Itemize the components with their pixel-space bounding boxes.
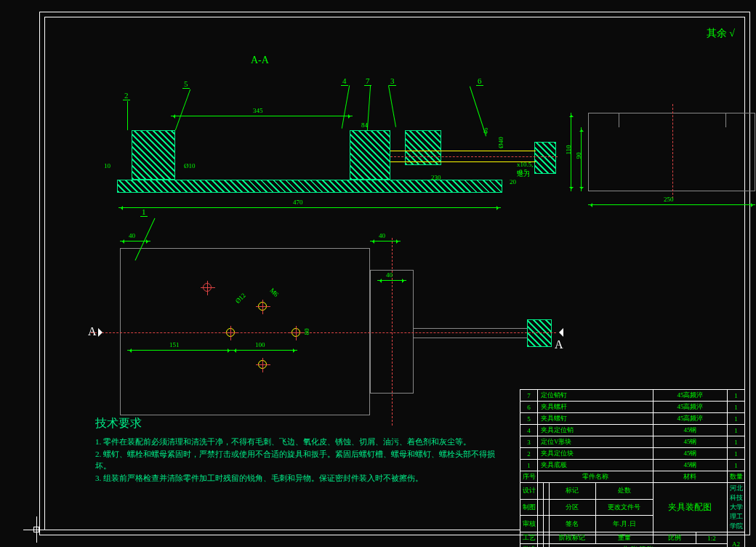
- hole-ctr-2: [291, 328, 300, 337]
- dim-230-label: 230: [431, 174, 441, 181]
- plan-centerline-h: [91, 332, 556, 333]
- cell-stage: 阶段标记: [549, 532, 595, 544]
- note-1: 1. 零件在装配前必须清理和清洗干净，不得有毛刺、飞边、氧化皮、锈蚀、切屑、油污…: [95, 436, 502, 448]
- hole-ctr-1: [226, 328, 235, 337]
- dim-151-label: 151: [169, 341, 180, 348]
- dim-100-label: 100: [255, 341, 265, 348]
- bom-table: 7定位销钉45高频淬16夹具螺杆45高频淬15夹具螺钉45高频淬14夹具定位销4…: [520, 389, 745, 547]
- cell-scale: 1:2: [696, 532, 728, 544]
- balloon-4: 4: [341, 76, 348, 86]
- cell-design: 设计: [520, 483, 538, 500]
- dim-470: [118, 207, 501, 215]
- leader-3: [388, 85, 396, 127]
- note-3: 3. 组装前严格检查并清除零件加工时残留的锐角、毛刺和异物。保证密封件装入时不被…: [95, 472, 502, 484]
- cell-sheet: 共 张 第 张: [549, 544, 727, 548]
- dim-20-label: 20: [510, 178, 516, 185]
- technical-notes: 技术要求 1. 零件在装配前必须清理和清洗干净，不得有毛刺、飞边、氧化皮、锈蚀、…: [95, 416, 502, 484]
- plan-centerline-v: [392, 238, 393, 426]
- dim-250: [588, 204, 755, 212]
- bom-row: 6夹具螺杆45高频淬1: [520, 402, 745, 413]
- cell-qty2: 处数: [596, 483, 654, 500]
- cell-scale-h: 比例: [653, 532, 696, 544]
- bom-row: 3定位V形块45钢1: [520, 436, 745, 448]
- dim-phi10-label: Ø10: [184, 162, 196, 169]
- bom-row: 5夹具螺钉45高频淬1: [520, 413, 745, 425]
- bom-row: 1夹具底板45钢1: [520, 460, 745, 471]
- hdr-mat: 材料: [653, 471, 727, 483]
- leader-2: [127, 101, 128, 130]
- hdr-no: 序号: [520, 471, 538, 483]
- dim-100: [232, 350, 297, 357]
- title-block: 7定位销钉45高频淬16夹具螺杆45高频淬15夹具螺钉45高频淬14夹具定位销4…: [520, 389, 745, 530]
- dim-90: [581, 127, 588, 191]
- cell-docno: 更改文件号: [596, 499, 654, 516]
- balloon-2: 2: [123, 91, 130, 100]
- bom-row: 4夹具定位销45钢1: [520, 425, 745, 436]
- cell-mark: 标记: [549, 483, 595, 500]
- cell-zone: 分区: [549, 499, 595, 516]
- dim-250-label: 250: [664, 196, 674, 203]
- ucs-icon: [23, 516, 49, 543]
- leader-7: [367, 85, 371, 130]
- side-centerline: [672, 104, 673, 199]
- cell-appr: 批准: [520, 544, 538, 548]
- balloon-6: 6: [476, 76, 483, 86]
- dim-phi40: Ø40: [497, 137, 504, 148]
- shaft-centerline: [390, 156, 558, 157]
- dim-40b: [370, 241, 401, 248]
- dim-151: [127, 350, 232, 357]
- dim-40a: [120, 241, 150, 248]
- dim-90-label: 90: [575, 153, 582, 159]
- side-view: 250 110 90: [566, 107, 756, 223]
- side-body: [588, 113, 755, 191]
- balloon-1: 1: [140, 207, 148, 217]
- cell-wt: 重量: [596, 532, 654, 544]
- leader-5: [175, 89, 190, 131]
- dim-40a-label: 40: [129, 232, 135, 239]
- base-plate: [117, 180, 502, 193]
- surface-finish-symbol: 其余 √: [707, 27, 735, 40]
- plan-end-block: [527, 319, 552, 347]
- hdr-name: 零件名称: [538, 471, 654, 483]
- cell-date: 年.月.日: [596, 516, 654, 532]
- plan-view: 40 40 40 151 100 80 Ø12 M6 1 A A: [84, 238, 534, 427]
- balloon-7: 7: [364, 76, 371, 86]
- note-2: 2. 螺钉、螺栓和螺母紧固时，严禁打击或使用不合适的旋具和扳手。紧固后螺钉槽、螺…: [95, 448, 502, 472]
- drawing-title: 夹具装配图: [653, 483, 727, 532]
- bom-header-row: 序号 零件名称 材料 数量: [520, 471, 745, 483]
- section-view: 345 470 10 Ø10 84 230 20 x10.5, r0.5; 退刀…: [89, 85, 540, 216]
- hdr-qty: 数量: [728, 471, 745, 483]
- dim-110-label: 110: [565, 145, 572, 154]
- dim-10-label: 10: [104, 162, 110, 169]
- leader-6: [470, 87, 486, 137]
- surface-finish-text: 其余: [707, 28, 727, 39]
- dim-40b-label: 40: [379, 232, 385, 239]
- dim-rnote2: 退刀: [517, 169, 530, 179]
- block-left: [132, 130, 175, 180]
- hole-bottom: [258, 360, 267, 369]
- dim-470-label: 470: [293, 199, 303, 206]
- institution: 河北科技大学理工学院: [728, 483, 745, 532]
- block-mid: [350, 130, 390, 180]
- plan-body: [120, 248, 370, 415]
- bom-row: 2夹具定位块45钢1: [520, 448, 745, 460]
- section-label: A-A: [251, 55, 269, 66]
- plan-shaft: [414, 328, 527, 338]
- cell-proc: 工艺: [520, 532, 538, 544]
- cell-sign: 签名: [549, 516, 595, 532]
- dim-345: [171, 116, 353, 123]
- bom-row: 7定位销钉45高频淬1: [520, 390, 745, 402]
- dim-40c: [377, 280, 406, 287]
- balloon-3: 3: [389, 76, 396, 86]
- section-arrow-right: A: [555, 325, 565, 351]
- dim-345-label: 345: [253, 107, 263, 114]
- drawing-frame: 其余 √ A-A 345 470 10 Ø10 84 230 20 x10.5,…: [39, 12, 750, 535]
- dim-40c-label: 40: [386, 271, 393, 279]
- dim-80-label: 80: [303, 329, 310, 335]
- cell-check: 审核: [520, 516, 538, 532]
- notes-title: 技术要求: [95, 416, 502, 431]
- cell-draw: 制图: [520, 499, 538, 516]
- cell-size: A2: [728, 532, 745, 548]
- hole-top-left: [203, 283, 212, 292]
- section-arrow-left: A: [88, 325, 107, 338]
